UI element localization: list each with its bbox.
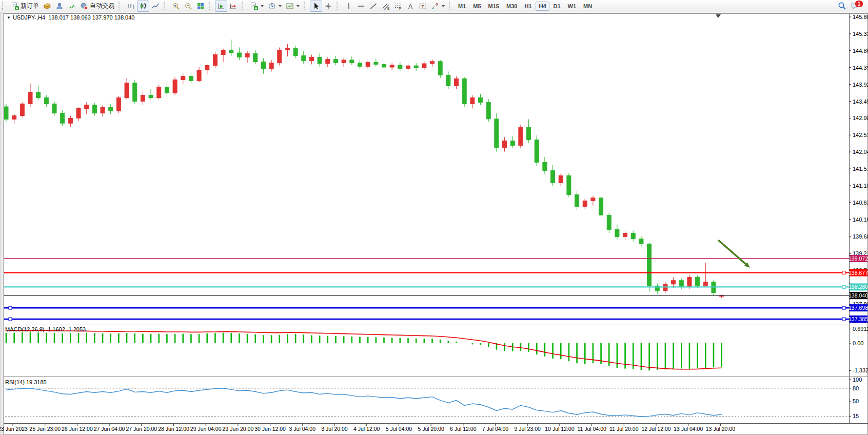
- trendline-button[interactable]: [367, 1, 380, 12]
- candle-body: [44, 98, 48, 104]
- candle-body: [173, 80, 177, 93]
- indicators-button[interactable]: [248, 1, 266, 12]
- candle-body: [591, 198, 595, 201]
- fibonacci-button[interactable]: F: [392, 1, 404, 12]
- candle-body: [470, 98, 475, 104]
- line-handle[interactable]: [9, 306, 12, 309]
- candle-body: [197, 70, 201, 81]
- candle-body: [583, 201, 587, 206]
- hline-138.677[interactable]: [2, 271, 849, 274]
- autotrading-button[interactable]: 自动交易: [78, 1, 116, 12]
- periods-button[interactable]: [266, 1, 284, 12]
- zoom-in-icon: [172, 2, 180, 10]
- vertical-line-button[interactable]: [343, 1, 355, 12]
- line-handle[interactable]: [842, 285, 845, 288]
- search-button[interactable]: [836, 1, 849, 12]
- tile-windows-button[interactable]: [194, 1, 207, 12]
- time-tick-label: 4 Jul 12:00: [353, 426, 380, 432]
- candle-body: [229, 50, 233, 53]
- arrow-annotation[interactable]: [718, 240, 750, 268]
- candle-body: [543, 163, 547, 171]
- text-label-button[interactable]: T: [417, 1, 429, 12]
- timeframe-M5[interactable]: M5: [470, 2, 484, 11]
- price-tick-label: 141.570: [853, 166, 868, 172]
- time-tick-label: 28 Jun 12:00: [158, 426, 189, 432]
- candle-body: [414, 66, 418, 68]
- text-button[interactable]: A: [404, 1, 417, 12]
- candle-body: [615, 229, 619, 236]
- strategy-tester-button[interactable]: [53, 1, 66, 12]
- timeframe-D1[interactable]: D1: [550, 2, 564, 11]
- candle-body: [326, 60, 330, 64]
- autoscroll-button[interactable]: [215, 1, 227, 12]
- new-order-button[interactable]: 新订单: [9, 1, 41, 12]
- candle-body: [703, 282, 707, 286]
- candle-body: [20, 104, 24, 115]
- line-handle[interactable]: [842, 318, 845, 321]
- timeframe-M1[interactable]: M1: [455, 2, 469, 11]
- price-tick-label: 140.630: [853, 200, 868, 206]
- timeframe-MN[interactable]: MN: [580, 2, 595, 11]
- horizontal-line-button[interactable]: [355, 1, 367, 12]
- candle-body: [607, 215, 611, 229]
- chart-line-button[interactable]: [149, 1, 162, 12]
- timeframe-M30[interactable]: M30: [503, 2, 520, 11]
- hline-138.280[interactable]: [2, 285, 849, 288]
- candle-body: [68, 118, 72, 123]
- rsi-indicator-label: RSI(14) 19.3185: [5, 379, 47, 385]
- candle-body: [350, 60, 354, 63]
- timeframe-H4[interactable]: H4: [536, 2, 549, 11]
- hline-137.385[interactable]: [2, 318, 849, 321]
- chart-canvas[interactable]: 145.800145.330144.860144.390143.920143.4…: [0, 0, 868, 435]
- toolbar-grip[interactable]: [2, 2, 7, 10]
- chart-shift-button[interactable]: [227, 1, 240, 12]
- left-gutter[interactable]: [0, 13, 4, 435]
- chart-candles-button[interactable]: [137, 1, 149, 12]
- timeframe-W1[interactable]: W1: [565, 2, 580, 11]
- template-icon: [286, 2, 294, 10]
- macd-axis-label: -1.3329: [853, 367, 868, 373]
- crosshair-button[interactable]: [322, 1, 334, 12]
- candle-body: [28, 92, 32, 104]
- candle-body: [285, 49, 289, 50]
- candle-body: [446, 75, 450, 86]
- candle-body: [647, 244, 652, 286]
- candle-body: [438, 62, 442, 75]
- svg-text:139.072: 139.072: [849, 255, 868, 262]
- cursor-button[interactable]: [310, 1, 322, 12]
- zoom-out-icon: [184, 2, 192, 10]
- line-handle[interactable]: [842, 271, 845, 274]
- timeframe-M15[interactable]: M15: [485, 2, 502, 11]
- zoom-out-button[interactable]: [182, 1, 194, 12]
- arrows-button[interactable]: [429, 1, 447, 12]
- line-chart-icon: [151, 2, 160, 10]
- notifications-button[interactable]: 1: [849, 1, 862, 12]
- svg-text:137.385: 137.385: [849, 316, 868, 322]
- candle-body: [189, 76, 193, 81]
- notification-badge: 1: [855, 0, 863, 8]
- line-handle[interactable]: [9, 318, 12, 321]
- line-handle[interactable]: [842, 306, 845, 309]
- zoom-in-button[interactable]: [170, 1, 182, 12]
- svg-text:138.280: 138.280: [849, 284, 868, 290]
- price-tick-label: 144.860: [853, 48, 868, 54]
- hline-137.698[interactable]: [2, 306, 849, 309]
- timeframe-H1[interactable]: H1: [521, 2, 535, 11]
- autotrading-label: 自动交易: [90, 2, 114, 10]
- candle-body: [495, 119, 499, 148]
- signals-button[interactable]: [66, 1, 78, 12]
- shift-end-marker-icon[interactable]: [716, 14, 721, 18]
- candle-body: [133, 83, 137, 102]
- candle-body: [510, 141, 515, 146]
- candle-body: [623, 233, 627, 236]
- candle-body: [462, 78, 466, 104]
- rsi-pane: [2, 388, 849, 417]
- chart-bars-button[interactable]: [125, 1, 137, 12]
- price-tick-label: 139.680: [853, 233, 868, 240]
- market-watch-button[interactable]: [41, 1, 53, 12]
- arrows-icon: [431, 2, 439, 10]
- candle-body: [76, 109, 81, 118]
- chart-menu-marker-icon[interactable]: ▼: [7, 15, 11, 20]
- templates-button[interactable]: [284, 1, 302, 12]
- equidistant-channel-button[interactable]: E: [380, 1, 392, 12]
